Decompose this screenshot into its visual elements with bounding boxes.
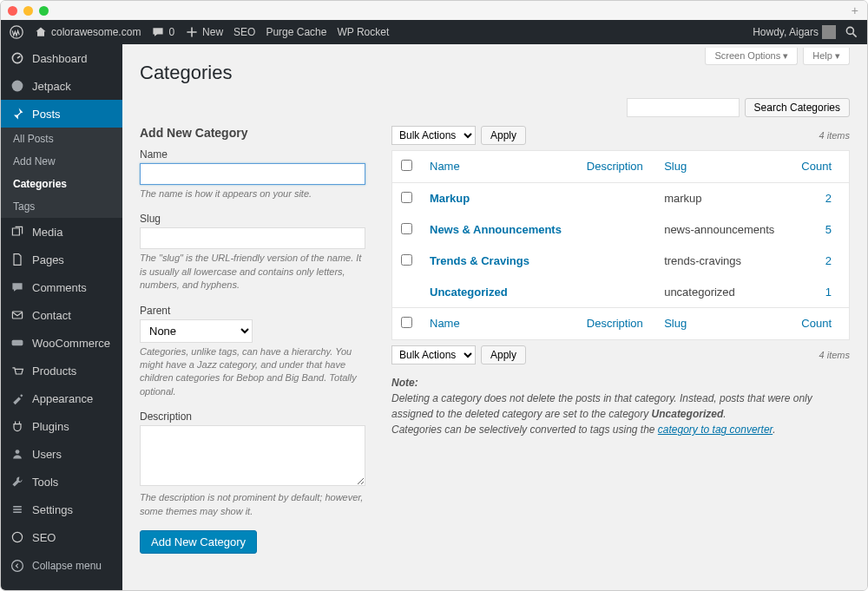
menu-woocommerce[interactable]: WooCommerce <box>1 329 122 357</box>
menu-settings[interactable]: Settings <box>1 496 122 523</box>
menu-tools[interactable]: Tools <box>1 468 122 496</box>
minimize-window-icon[interactable] <box>23 6 33 16</box>
comments-link[interactable]: 0 <box>151 25 174 39</box>
col-slug[interactable]: Slug <box>655 151 790 183</box>
menu-dashboard[interactable]: Dashboard <box>1 44 122 72</box>
category-link[interactable]: Markup <box>430 192 470 205</box>
zoom-window-icon[interactable] <box>39 6 49 16</box>
site-name: colorawesome.com <box>51 26 141 38</box>
svg-point-3 <box>12 81 23 92</box>
delete-note: Note: Deleting a category does not delet… <box>391 375 850 437</box>
table-row: Trends & Cravings trends-cravings 2 <box>392 246 850 277</box>
row-desc <box>578 246 655 277</box>
media-icon <box>10 224 25 240</box>
site-link[interactable]: colorawesome.com <box>34 25 141 39</box>
submenu-add-new[interactable]: Add New <box>1 150 122 173</box>
seo-icon <box>10 529 25 545</box>
menu-seo[interactable]: SEO <box>1 523 122 551</box>
col-slug-foot[interactable]: Slug <box>655 308 790 340</box>
row-desc <box>578 277 655 308</box>
submenu-all-posts[interactable]: All Posts <box>1 128 122 150</box>
search-toggle[interactable] <box>845 25 858 39</box>
table-row: Markup markup 2 <box>392 183 850 215</box>
count-link[interactable]: 5 <box>825 223 832 236</box>
col-name[interactable]: Name <box>421 151 578 183</box>
parent-help: Categories, unlike tags, can have a hier… <box>140 345 365 399</box>
screen-options-tab[interactable]: Screen Options ▾ <box>705 48 798 65</box>
search-categories-button[interactable]: Search Categories <box>745 98 850 117</box>
howdy-text: Howdy, Aigars <box>753 26 819 38</box>
svg-point-10 <box>12 532 22 542</box>
window-titlebar: + <box>1 1 867 20</box>
col-name-foot[interactable]: Name <box>421 308 578 340</box>
count-link[interactable]: 1 <box>825 286 832 299</box>
row-checkbox[interactable] <box>401 223 412 234</box>
menu-pages[interactable]: Pages <box>1 246 122 273</box>
admin-sidebar: Dashboard Jetpack Posts All Posts Add Ne… <box>1 44 122 590</box>
menu-products[interactable]: Products <box>1 357 122 384</box>
menu-contact[interactable]: Contact <box>1 301 122 329</box>
main-content: Screen Options ▾ Help ▾ Categories Searc… <box>122 44 867 590</box>
category-link[interactable]: Uncategorized <box>430 286 508 299</box>
col-desc[interactable]: Description <box>578 151 655 183</box>
col-count-foot[interactable]: Count <box>790 308 850 340</box>
purge-link[interactable]: Purge Cache <box>266 26 326 38</box>
menu-plugins[interactable]: Plugins <box>1 412 122 440</box>
col-desc-foot[interactable]: Description <box>578 308 655 340</box>
add-category-button[interactable]: Add New Category <box>140 530 257 554</box>
menu-posts[interactable]: Posts <box>1 100 122 128</box>
count-link[interactable]: 2 <box>825 254 832 267</box>
category-parent-select[interactable]: None <box>140 319 253 343</box>
collapse-icon <box>10 558 25 574</box>
comments-count: 0 <box>168 26 174 38</box>
menu-comments[interactable]: Comments <box>1 273 122 301</box>
svg-point-1 <box>846 27 853 34</box>
bulk-actions-top[interactable]: Bulk Actions <box>391 126 476 145</box>
settings-icon <box>10 502 25 517</box>
category-link[interactable]: News & Announcements <box>430 223 562 236</box>
col-count[interactable]: Count <box>790 151 850 183</box>
pages-icon <box>10 252 25 267</box>
new-link[interactable]: New <box>185 25 223 39</box>
count-link[interactable]: 2 <box>825 192 832 205</box>
howdy-link[interactable]: Howdy, Aigars <box>753 25 836 39</box>
menu-media[interactable]: Media <box>1 218 122 246</box>
category-slug-input[interactable] <box>140 227 365 249</box>
row-slug: news-announcements <box>655 214 790 246</box>
pin-icon <box>10 106 25 121</box>
apply-top-button[interactable]: Apply <box>481 126 526 145</box>
cat-to-tag-link[interactable]: category to tag converter <box>658 424 773 436</box>
new-tab-icon[interactable]: + <box>852 3 858 17</box>
row-checkbox[interactable] <box>401 192 412 203</box>
category-description-input[interactable] <box>140 425 365 486</box>
items-count-top: 4 items <box>819 130 850 141</box>
row-slug: trends-cravings <box>655 246 790 277</box>
slug-label: Slug <box>140 213 365 225</box>
svg-rect-7 <box>13 506 22 508</box>
submenu-categories[interactable]: Categories <box>1 173 122 195</box>
plugins-icon <box>10 418 25 434</box>
menu-users[interactable]: Users <box>1 440 122 468</box>
close-window-icon[interactable] <box>8 6 17 16</box>
collapse-menu[interactable]: Collapse menu <box>1 551 122 590</box>
apply-bottom-button[interactable]: Apply <box>481 345 526 364</box>
row-checkbox[interactable] <box>401 254 412 266</box>
submenu-tags[interactable]: Tags <box>1 195 122 218</box>
row-slug: uncategorized <box>655 277 790 308</box>
menu-appearance[interactable]: Appearance <box>1 384 122 412</box>
users-icon <box>10 446 25 462</box>
svg-rect-8 <box>13 509 22 510</box>
help-tab[interactable]: Help ▾ <box>803 48 850 65</box>
bulk-actions-bottom[interactable]: Bulk Actions <box>391 345 476 364</box>
seo-link[interactable]: SEO <box>233 26 255 38</box>
select-all-bottom[interactable] <box>401 317 412 328</box>
wp-logo-icon[interactable] <box>10 25 23 39</box>
rocket-link[interactable]: WP Rocket <box>337 26 389 38</box>
row-slug: markup <box>655 183 790 215</box>
menu-jetpack[interactable]: Jetpack <box>1 72 122 100</box>
category-search-input[interactable] <box>627 98 740 117</box>
svg-point-11 <box>12 561 23 572</box>
category-link[interactable]: Trends & Cravings <box>430 254 529 267</box>
category-name-input[interactable] <box>140 163 365 185</box>
select-all-top[interactable] <box>401 160 412 171</box>
